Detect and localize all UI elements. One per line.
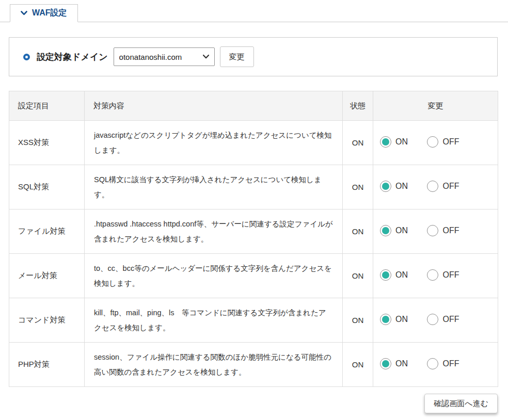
circle-bullet-icon [23,54,30,60]
radio-on-option[interactable]: ON [380,136,408,148]
setting-description: javascriptなどのスクリプトタグが埋め込まれたアクセスについて検知します… [85,121,343,165]
radio-on-label: ON [395,226,408,235]
radio-on-input[interactable] [380,358,391,369]
setting-description: SQL構文に該当する文字列が挿入されたアクセスについて検知します。 [85,165,343,209]
domain-panel: 設定対象ドメイン otonatanoshii.com 変更 [9,37,498,76]
tab-strip: WAF設定 [0,0,508,22]
header-description: 対策内容 [85,91,343,121]
setting-description: to、cc、bcc等のメールヘッダーに関係する文字列を含んだアクセスを検知します… [85,254,343,298]
radio-on-input[interactable] [380,314,391,325]
setting-item-label: ファイル対策 [9,209,85,254]
chevron-down-icon [21,11,27,15]
setting-item-label: SQL対策 [9,165,85,209]
setting-item-label: PHP対策 [9,343,85,387]
proceed-to-confirm-button[interactable]: 確認画面へ進む [424,394,498,413]
domain-select-label: 設定対象ドメイン [37,51,108,63]
domain-select[interactable]: otonatanoshii.com [114,47,215,66]
header-status: 状態 [343,91,373,121]
radio-off-label: OFF [442,137,459,147]
radio-off-option[interactable]: OFF [427,358,459,369]
radio-on-option[interactable]: ON [380,225,408,236]
radio-on-label: ON [395,270,408,280]
setting-description: session、ファイル操作に関連する関数のほか脆弱性元になる可能性の高い関数の… [85,343,343,387]
change-domain-button[interactable]: 変更 [220,46,254,67]
waf-settings-table: 設定項目 対策内容 状態 変更 XSS対策 javascriptなどのスクリプト… [9,91,498,387]
tab-waf-settings[interactable]: WAF設定 [10,4,78,22]
setting-item-label: XSS対策 [9,121,85,165]
header-setting-item: 設定項目 [9,91,85,121]
radio-off-label: OFF [442,315,459,324]
radio-on-label: ON [395,182,408,191]
radio-off-option[interactable]: OFF [427,225,459,236]
radio-off-label: OFF [442,182,459,191]
status-value: ON [343,343,373,387]
status-value: ON [343,254,373,298]
radio-off-input[interactable] [427,358,438,369]
table-row: SQL対策 SQL構文に該当する文字列が挿入されたアクセスについて検知します。 … [9,165,498,209]
radio-off-label: OFF [442,226,459,235]
status-value: ON [343,209,373,254]
radio-off-input[interactable] [427,269,438,281]
radio-off-option[interactable]: OFF [427,136,459,148]
radio-on-input[interactable] [380,181,391,192]
radio-on-option[interactable]: ON [380,314,408,325]
status-value: ON [343,165,373,209]
radio-off-option[interactable]: OFF [427,314,459,325]
setting-item-label: コマンド対策 [9,298,85,343]
domain-select-wrap: otonatanoshii.com [114,47,215,66]
setting-description: kill、ftp、mail、ping、ls 等コマンドに関連する文字列が含まれた… [85,298,343,343]
setting-item-label: メール対策 [9,254,85,298]
table-row: コマンド対策 kill、ftp、mail、ping、ls 等コマンドに関連する文… [9,298,498,343]
radio-on-label: ON [395,359,408,368]
table-row: メール対策 to、cc、bcc等のメールヘッダーに関係する文字列を含んだアクセス… [9,254,498,298]
setting-description: .htpasswd .htaccess httpd.conf等、サーバーに関連す… [85,209,343,254]
radio-on-option[interactable]: ON [380,358,408,369]
radio-on-option[interactable]: ON [380,181,408,192]
tab-label: WAF設定 [32,8,67,19]
header-change: 変更 [373,91,498,121]
radio-off-option[interactable]: OFF [427,269,459,281]
radio-off-label: OFF [442,270,459,280]
radio-on-input[interactable] [380,136,391,148]
radio-on-label: ON [395,315,408,324]
radio-on-label: ON [395,137,408,147]
table-header-row: 設定項目 対策内容 状態 変更 [9,91,498,121]
status-value: ON [343,121,373,165]
table-row: ファイル対策 .htpasswd .htaccess httpd.conf等、サ… [9,209,498,254]
radio-off-input[interactable] [427,181,438,192]
table-row: XSS対策 javascriptなどのスクリプトタグが埋め込まれたアクセスについ… [9,121,498,165]
radio-off-option[interactable]: OFF [427,181,459,192]
table-body: XSS対策 javascriptなどのスクリプトタグが埋め込まれたアクセスについ… [9,121,498,387]
radio-on-input[interactable] [380,269,391,281]
radio-off-input[interactable] [427,225,438,236]
footer: 確認画面へ進む [0,394,498,413]
table-row: PHP対策 session、ファイル操作に関連する関数のほか脆弱性元になる可能性… [9,343,498,387]
radio-off-input[interactable] [427,136,438,148]
status-value: ON [343,298,373,343]
radio-on-option[interactable]: ON [380,269,408,281]
radio-off-input[interactable] [427,314,438,325]
radio-off-label: OFF [442,359,459,368]
radio-on-input[interactable] [380,225,391,236]
